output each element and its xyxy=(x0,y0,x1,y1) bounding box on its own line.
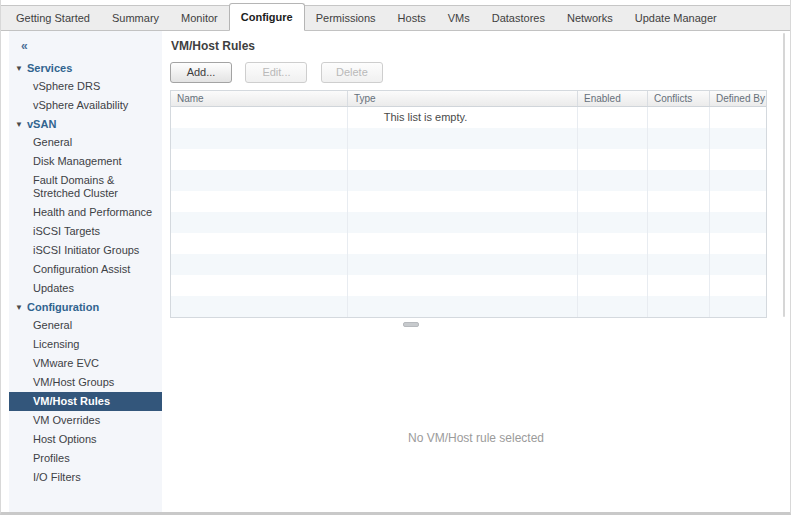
column-header-conflicts[interactable]: Conflicts xyxy=(648,91,710,106)
sidebar-item-config-general[interactable]: General xyxy=(9,316,162,335)
sidebar-section-vsan[interactable]: ▼ vSAN xyxy=(9,115,162,133)
table-body: This list is empty. xyxy=(171,107,766,317)
no-rule-selected-message: No VM/Host rule selected xyxy=(162,431,790,445)
tab-getting-started[interactable]: Getting Started xyxy=(5,6,101,30)
table-row xyxy=(171,128,766,149)
sidebar-item-configuration-assist[interactable]: Configuration Assist xyxy=(9,260,162,279)
column-header-name[interactable]: Name xyxy=(171,91,348,106)
vertical-scrollbar[interactable] xyxy=(783,33,785,317)
tab-summary[interactable]: Summary xyxy=(101,6,170,30)
column-header-defined-by[interactable]: Defined By xyxy=(710,91,766,106)
sidebar-item-vm-host-rules[interactable]: VM/Host Rules xyxy=(9,392,162,411)
tab-networks[interactable]: Networks xyxy=(556,6,624,30)
tab-hosts[interactable]: Hosts xyxy=(387,6,437,30)
chevron-down-icon: ▼ xyxy=(15,120,27,129)
configure-sidebar: « ▼ Services vSphere DRS vSphere Availab… xyxy=(9,31,162,512)
column-header-enabled[interactable]: Enabled xyxy=(578,91,648,106)
add-rule-button[interactable]: Add... xyxy=(170,62,232,83)
sidebar-item-health-and-performance[interactable]: Health and Performance xyxy=(9,203,162,222)
splitter-drag-handle[interactable] xyxy=(403,322,419,327)
rules-toolbar: Add... Edit... Delete xyxy=(170,62,780,83)
table-row xyxy=(171,296,766,317)
sidebar-section-configuration[interactable]: ▼ Configuration xyxy=(9,298,162,316)
sidebar-item-vmware-evc[interactable]: VMware EVC xyxy=(9,354,162,373)
table-row xyxy=(171,254,766,275)
table-row xyxy=(171,233,766,254)
tab-permissions[interactable]: Permissions xyxy=(305,6,387,30)
sidebar-section-services[interactable]: ▼ Services xyxy=(9,59,162,77)
sidebar-item-host-options[interactable]: Host Options xyxy=(9,430,162,449)
sidebar-item-io-filters[interactable]: I/O Filters xyxy=(9,468,162,487)
tab-vms[interactable]: VMs xyxy=(437,6,481,30)
vsphere-client-window: Getting Started Summary Monitor Configur… xyxy=(0,0,791,515)
section-label: Services xyxy=(27,62,72,74)
delete-rule-button[interactable]: Delete xyxy=(321,62,383,83)
sidebar-item-licensing[interactable]: Licensing xyxy=(9,335,162,354)
chevron-down-icon: ▼ xyxy=(15,64,27,73)
sidebar-item-vsphere-availability[interactable]: vSphere Availability xyxy=(9,96,162,115)
tab-datastores[interactable]: Datastores xyxy=(481,6,556,30)
table-row xyxy=(171,275,766,296)
column-header-type[interactable]: Type xyxy=(348,91,578,106)
collapse-sidebar-button[interactable]: « xyxy=(9,37,162,59)
section-label: vSAN xyxy=(27,118,56,130)
table-row xyxy=(171,170,766,191)
sidebar-item-iscsi-initiator-groups[interactable]: iSCSI Initiator Groups xyxy=(9,241,162,260)
chevron-down-icon: ▼ xyxy=(15,303,27,312)
edit-rule-button[interactable]: Edit... xyxy=(245,62,307,83)
sidebar-item-vm-host-groups[interactable]: VM/Host Groups xyxy=(9,373,162,392)
table-header-row: Name Type Enabled Conflicts Defined By xyxy=(171,91,766,107)
vm-host-rules-panel: VM/Host Rules Add... Edit... Delete Name… xyxy=(162,31,790,512)
tab-monitor[interactable]: Monitor xyxy=(170,6,229,30)
sidebar-item-fault-domains-stretched-cluster[interactable]: Fault Domains & Stretched Cluster xyxy=(9,171,162,203)
empty-list-message: This list is empty. xyxy=(171,107,680,128)
page-title: VM/Host Rules xyxy=(171,39,780,53)
tab-bar: Getting Started Summary Monitor Configur… xyxy=(1,5,790,31)
sidebar-item-vsan-general[interactable]: General xyxy=(9,133,162,152)
sidebar-item-updates[interactable]: Updates xyxy=(9,279,162,298)
table-row xyxy=(171,191,766,212)
sidebar-item-vm-overrides[interactable]: VM Overrides xyxy=(9,411,162,430)
section-label: Configuration xyxy=(27,301,99,313)
table-row xyxy=(171,212,766,233)
sidebar-item-vsphere-drs[interactable]: vSphere DRS xyxy=(9,77,162,96)
rules-table: Name Type Enabled Conflicts Defined By xyxy=(170,90,767,318)
sidebar-item-profiles[interactable]: Profiles xyxy=(9,449,162,468)
sidebar-item-disk-management[interactable]: Disk Management xyxy=(9,152,162,171)
tab-update-manager[interactable]: Update Manager xyxy=(624,6,728,30)
table-row xyxy=(171,149,766,170)
tab-configure[interactable]: Configure xyxy=(229,3,305,31)
sidebar-item-iscsi-targets[interactable]: iSCSI Targets xyxy=(9,222,162,241)
content-area: « ▼ Services vSphere DRS vSphere Availab… xyxy=(1,31,790,512)
